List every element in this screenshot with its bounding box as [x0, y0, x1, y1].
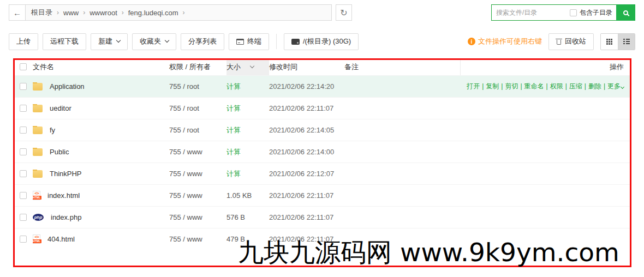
breadcrumb-separator: › — [183, 9, 185, 16]
calc-size-link[interactable]: 计算 — [226, 104, 241, 112]
calc-size-link[interactable]: 计算 — [226, 82, 241, 91]
table-row[interactable]: phpindex.php755 / www576 B2021/02/06 22:… — [13, 206, 631, 228]
row-checkbox[interactable] — [20, 83, 27, 90]
disk-icon — [291, 39, 300, 45]
remote-download-label: 远程下载 — [50, 37, 79, 46]
watermark: 九块九源码网 www.9k9ym.com — [238, 238, 619, 267]
include-subdir-label: 包含子目录 — [580, 8, 612, 17]
row-action-3[interactable]: 剪切 — [505, 82, 518, 90]
path-bar: ← 根目录›www›wwwroot›feng.ludeqi.com› ↻ 包含子… — [9, 4, 635, 21]
list-view-button[interactable] — [618, 34, 635, 50]
row-checkbox[interactable] — [20, 214, 27, 221]
right-click-hint: i 文件操作可使用右键 — [468, 37, 542, 46]
upload-button[interactable]: 上传 — [9, 33, 38, 50]
table-row[interactable]: fy755 / root计算2021/02/06 22:14:05 — [13, 119, 631, 141]
table-row[interactable]: ThinkPHP755 / www计算2021/02/06 22:12:07 — [13, 162, 631, 184]
file-name[interactable]: 404.html — [47, 235, 75, 243]
right-click-hint-label: 文件操作可使用右键 — [478, 37, 542, 46]
new-dropdown-button[interactable]: 新建 — [91, 33, 128, 50]
row-checkbox[interactable] — [20, 236, 27, 243]
action-separator: | — [501, 82, 503, 90]
refresh-icon: ↻ — [340, 8, 347, 18]
trash-icon — [556, 38, 562, 45]
favorites-label: 收藏夹 — [140, 37, 161, 46]
row-action-6[interactable]: 压缩 — [569, 82, 582, 90]
include-subdir-option[interactable]: 包含子目录 — [570, 8, 616, 17]
chevron-down-icon — [165, 38, 169, 43]
table-row[interactable]: Application755 / root计算2021/02/06 22:14:… — [13, 75, 631, 97]
include-subdir-checkbox[interactable] — [570, 9, 577, 16]
recycle-bin-label: 回收站 — [565, 37, 586, 46]
terminal-button[interactable]: 终端 — [229, 33, 269, 50]
breadcrumb-item[interactable]: 根目录 — [31, 8, 52, 17]
row-action-5[interactable]: 权限 — [550, 82, 563, 90]
folder-icon — [33, 170, 43, 178]
file-name[interactable]: ThinkPHP — [50, 170, 82, 178]
file-name[interactable]: index.php — [51, 213, 81, 221]
row-action-2[interactable]: 复制 — [486, 82, 499, 90]
calc-size-link[interactable]: 计算 — [226, 126, 241, 134]
chevron-down-icon — [250, 63, 254, 68]
share-list-label: 分享列表 — [188, 37, 217, 46]
file-perm: 755 / www — [169, 213, 226, 221]
calc-size-link[interactable]: 计算 — [226, 148, 241, 156]
row-action-4[interactable]: 重命名 — [524, 82, 544, 90]
back-button[interactable]: ← — [9, 4, 26, 21]
col-header-size-sort[interactable]: 大小 — [226, 58, 269, 75]
file-perm: 755 / www — [169, 170, 226, 178]
search-input[interactable] — [492, 9, 570, 16]
row-action-1[interactable]: 打开 — [467, 82, 480, 90]
file-name[interactable]: Public — [50, 148, 69, 156]
row-checkbox[interactable] — [20, 127, 27, 134]
action-separator: | — [585, 82, 586, 90]
breadcrumb-separator: › — [57, 9, 59, 16]
table-row[interactable]: ueditor755 / root计算2021/02/06 22:11:07 — [13, 97, 631, 119]
row-checkbox[interactable] — [20, 148, 27, 155]
recycle-bin-button[interactable]: 回收站 — [548, 33, 594, 50]
row-checkbox[interactable] — [20, 192, 27, 199]
terminal-label: 终端 — [247, 37, 261, 46]
breadcrumb: 根目录›www›wwwroot›feng.ludeqi.com› — [26, 4, 332, 21]
file-name[interactable]: ueditor — [50, 104, 71, 112]
toolbar-divider — [276, 34, 277, 49]
row-action-8[interactable]: 更多 — [607, 82, 624, 90]
row-checkbox[interactable] — [20, 170, 27, 177]
grid-view-button[interactable] — [601, 34, 618, 50]
php-file-icon: php — [33, 214, 44, 221]
grid-view-icon — [606, 39, 612, 45]
row-action-7[interactable]: 删除 — [588, 82, 601, 90]
table-row[interactable]: Public755 / www计算2021/02/06 22:14:00 — [13, 141, 631, 162]
col-header-name: 文件名 — [33, 62, 169, 72]
share-list-button[interactable]: 分享列表 — [181, 33, 224, 50]
file-mtime: 2021/02/06 22:12:07 — [269, 170, 344, 178]
file-perm: 755 / www — [169, 148, 226, 156]
refresh-button[interactable]: ↻ — [336, 4, 352, 21]
file-name[interactable]: index.html — [47, 191, 80, 200]
breadcrumb-item[interactable]: wwwroot — [90, 9, 117, 17]
select-all-checkbox[interactable] — [20, 63, 27, 70]
breadcrumb-item[interactable]: feng.ludeqi.com — [128, 9, 178, 17]
search-icon — [623, 10, 628, 15]
file-size: 576 B — [226, 213, 245, 221]
file-perm: 755 / www — [169, 191, 226, 200]
file-name[interactable]: fy — [50, 126, 55, 134]
folder-icon — [33, 83, 43, 91]
col-header-perm: 权限 / 所有者 — [169, 62, 226, 72]
disk-label: /(根目录) (30G) — [303, 37, 351, 46]
calc-size-link[interactable]: 计算 — [226, 170, 241, 178]
list-view-icon — [623, 39, 630, 45]
new-label: 新建 — [98, 37, 112, 46]
search-button[interactable] — [616, 4, 635, 21]
disk-root-button[interactable]: /(根目录) (30G) — [284, 33, 359, 50]
file-perm: 755 / root — [169, 82, 226, 91]
table-row[interactable]: <>HTMLindex.html755 / www1.05 KB2021/02/… — [13, 184, 631, 206]
action-separator: | — [604, 82, 605, 90]
remote-download-button[interactable]: 远程下载 — [43, 33, 86, 50]
file-mtime: 2021/02/06 22:11:07 — [269, 104, 344, 112]
file-size: 1.05 KB — [226, 191, 252, 200]
breadcrumb-item[interactable]: www — [63, 9, 79, 17]
upload-label: 上传 — [16, 37, 31, 46]
row-checkbox[interactable] — [20, 105, 27, 112]
favorites-dropdown-button[interactable]: 收藏夹 — [132, 33, 176, 50]
file-name[interactable]: Application — [50, 82, 85, 91]
